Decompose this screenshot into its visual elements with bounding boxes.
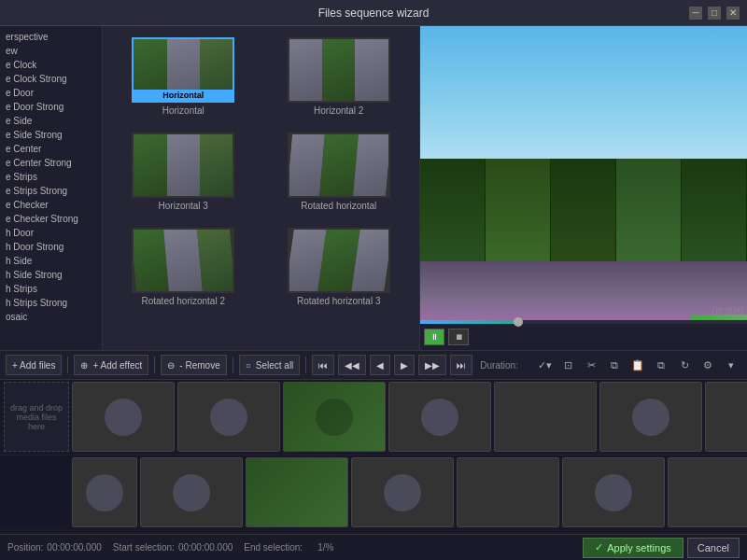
preview-progress-fill: [420, 320, 518, 324]
select-all-button[interactable]: ○ Select all: [239, 355, 301, 375]
sidebar-item-checker[interactable]: e Checker: [0, 198, 102, 212]
preview-progress-bar[interactable]: [420, 320, 747, 324]
toolbar-separator-3: [233, 357, 233, 373]
sidebar-item-center-strong[interactable]: e Center Strong: [0, 156, 102, 170]
nav-first-button[interactable]: ⏮: [312, 355, 334, 375]
sidebar-item-center[interactable]: e Center: [0, 142, 102, 156]
sidebar-item-h-door[interactable]: h Door: [0, 226, 102, 240]
nav-prev-button[interactable]: ◀: [370, 355, 390, 375]
clip-r2-3[interactable]: [246, 457, 348, 527]
remove-button[interactable]: ⊖ - Remove: [161, 355, 226, 375]
clone-icon[interactable]: ⧉: [651, 355, 671, 375]
clip-5[interactable]: [494, 382, 597, 452]
scissors-icon[interactable]: ✂: [581, 355, 601, 375]
clip-1[interactable]: [72, 382, 175, 452]
crop-icon[interactable]: ⊡: [557, 355, 578, 375]
transition-item-horizontal[interactable]: Horizontal Horizontal: [110, 34, 257, 119]
transition-label-horizontal3: Horizontal 3: [159, 201, 208, 211]
clip-thumb-1: [73, 383, 174, 451]
clip-thumb-7: [706, 383, 747, 451]
clip-2[interactable]: [177, 382, 280, 452]
transition-item-rotated3[interactable]: Rotated horizontal 3: [266, 224, 413, 310]
zoom-label: 1/%: [317, 542, 333, 553]
nav-prev-frame-button[interactable]: ◀◀: [338, 355, 366, 375]
add-files-button[interactable]: + Add files: [6, 355, 62, 375]
copy-icon[interactable]: ⧉: [604, 355, 625, 375]
clip-thumb-4: [389, 383, 490, 451]
maximize-button[interactable]: □: [708, 7, 721, 20]
transition-thumb-horizontal[interactable]: Horizontal: [132, 37, 234, 103]
nav-next-frame-button[interactable]: ▶▶: [418, 355, 446, 375]
sidebar-item-clock[interactable]: e Clock: [0, 58, 102, 72]
clip-circle-2: [210, 399, 247, 436]
clip-4[interactable]: [388, 382, 491, 452]
clip-r2-6[interactable]: [562, 457, 665, 527]
clip-thumb-5: [495, 383, 596, 451]
clip-r2-7[interactable]: [668, 457, 747, 527]
transition-item-rotated[interactable]: Rotated horizontal: [266, 129, 413, 215]
clip-6[interactable]: [599, 382, 702, 452]
sidebar-item-h-side[interactable]: h Side: [0, 254, 102, 268]
minimize-button[interactable]: ─: [689, 7, 702, 20]
add-effect-button[interactable]: ⊕ + Add effect: [74, 355, 148, 375]
sidebar-item-door-strong[interactable]: e Door Strong: [0, 100, 102, 114]
drop-zone-text: drag and dropmedia files here: [5, 399, 68, 435]
transition-thumb-horizontal3[interactable]: [132, 133, 234, 198]
paste-icon[interactable]: 📋: [627, 355, 648, 375]
tree-strip-3: [551, 159, 616, 261]
sidebar-item-mosaic[interactable]: osaic: [0, 310, 102, 324]
sidebar-item-side-strong[interactable]: e Side Strong: [0, 128, 102, 142]
sidebar-item-door[interactable]: e Door: [0, 86, 102, 100]
toolbar-separator-4: [305, 357, 306, 373]
nav-next-button[interactable]: ▶: [394, 355, 415, 375]
settings-icon[interactable]: ⚙: [698, 355, 718, 375]
sidebar-item-strips-strong[interactable]: e Strips Strong: [0, 184, 102, 198]
clip-thumb-r2-3: [247, 458, 347, 526]
sidebar-item-strips[interactable]: e Strips: [0, 170, 102, 184]
check-icon[interactable]: ✓▾: [534, 355, 555, 375]
end-selection-label: End selection:: [244, 542, 303, 553]
timeline: drag and dropmedia files here: [0, 380, 747, 534]
plus-icon: ⊕: [80, 360, 88, 371]
tree-strip-4: [616, 159, 682, 261]
transition-item-rotated2[interactable]: Rotated horizontal 2: [110, 224, 257, 310]
pause-button[interactable]: ⏸: [424, 329, 444, 345]
dropdown-icon[interactable]: ▾: [721, 355, 741, 375]
clip-thumb-2: [178, 383, 279, 451]
sidebar-item-perspective[interactable]: erspective: [0, 30, 102, 44]
transition-item-horizontal2[interactable]: Horizontal 2: [266, 34, 413, 119]
preview-trees: [420, 159, 747, 261]
transition-thumb-rotated[interactable]: [288, 133, 390, 198]
clip-circle-r2-1: [86, 474, 123, 511]
clip-thumb-3: [284, 383, 385, 451]
rotate-icon[interactable]: ↻: [674, 355, 695, 375]
transition-thumb-rotated3[interactable]: [288, 228, 390, 293]
sidebar[interactable]: erspective ew e Clock e Clock Strong e D…: [0, 26, 103, 350]
transition-item-horizontal3[interactable]: Horizontal 3: [110, 129, 257, 215]
sidebar-item-side[interactable]: e Side: [0, 114, 102, 128]
tree-strip-1: [420, 159, 486, 261]
tree-strip-5: [682, 159, 747, 261]
clip-r2-2[interactable]: [140, 457, 243, 527]
stop-button[interactable]: ⏹: [448, 329, 469, 345]
clip-7[interactable]: [705, 382, 747, 452]
close-button[interactable]: ✕: [726, 7, 740, 20]
clip-r2-5[interactable]: [457, 457, 559, 527]
transition-thumb-horizontal2[interactable]: [288, 37, 390, 103]
sidebar-item-h-strips[interactable]: h Strips: [0, 282, 102, 296]
apply-settings-button[interactable]: ✓ Apply settings: [583, 538, 683, 558]
sidebar-item-h-side-strong[interactable]: h Side Strong: [0, 268, 102, 282]
clip-r2-1[interactable]: [72, 457, 137, 527]
nav-last-button[interactable]: ⏭: [450, 355, 472, 375]
drop-zone[interactable]: drag and dropmedia files here: [4, 382, 69, 452]
cancel-button[interactable]: Cancel: [687, 538, 740, 558]
sidebar-item-h-strips-strong[interactable]: h Strips Strong: [0, 296, 102, 310]
sidebar-item-clock-strong[interactable]: e Clock Strong: [0, 72, 102, 86]
preview-progress-handle[interactable]: [514, 317, 523, 327]
clip-3[interactable]: [283, 382, 386, 452]
transition-thumb-rotated2[interactable]: [132, 228, 234, 293]
sidebar-item-ew[interactable]: ew: [0, 44, 102, 58]
sidebar-item-h-door-strong[interactable]: h Door Strong: [0, 240, 102, 254]
sidebar-item-checker-strong[interactable]: e Checker Strong: [0, 212, 102, 226]
clip-r2-4[interactable]: [351, 457, 454, 527]
